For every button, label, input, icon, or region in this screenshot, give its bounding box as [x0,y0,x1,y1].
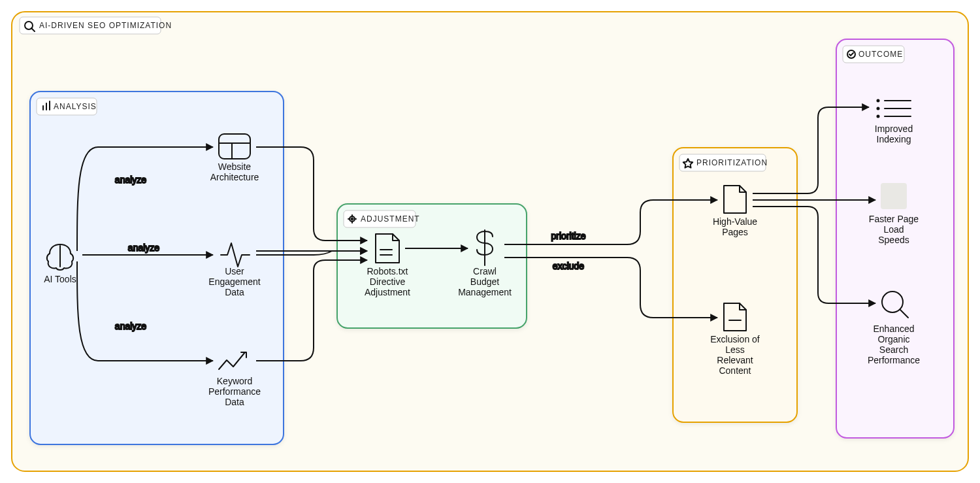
hv-label-1: High-Value [713,216,757,227]
diagram-canvas: AI-DRIVEN SEO OPTIMIZATION ANALYSIS ADJU… [0,0,980,483]
edge-label-analyze-3: analyze [115,321,146,331]
prioritization-badge: PRIORITIZATION [679,154,768,171]
es-label-4: Performance [868,355,920,365]
kp-label-1: Keyword [217,376,252,386]
kp-label-2: Performance [208,386,261,397]
rb-label-3: Adjustment [365,287,410,297]
cb-label-2: Budget [470,276,499,287]
website-arch-label-1: Website [218,161,252,172]
cb-label-1: Crawl [473,266,497,276]
adjustment-badge: ADJUSTMENT [344,210,420,227]
prioritization-group: PRIORITIZATION [673,148,797,422]
adjustment-group: ADJUSTMENT [337,204,527,328]
ex-label-3: Relevant [717,355,753,365]
es-label-1: Enhanced [873,324,914,334]
fs-label-1: Faster Page [869,214,919,224]
svg-point-39 [877,100,879,102]
website-arch-label-2: Architecture [210,172,259,182]
speed-box-icon [881,183,907,209]
svg-text:Robots.txtDirectiveAdjustment: Robots.txtDirectiveAdjustment [365,266,410,297]
page-title-badge: AI-DRIVEN SEO OPTIMIZATION [20,17,172,34]
svg-point-40 [877,108,879,110]
svg-text:ImprovedIndexing: ImprovedIndexing [875,124,913,144]
ue-label-3: Data [225,287,244,297]
outcome-label: OUTCOME [858,50,903,59]
edge-label-analyze-2: analyze [128,242,159,253]
es-label-2: Organic [877,334,909,344]
ue-label-2: Engagement [208,276,261,287]
svg-point-41 [877,116,879,118]
es-label-3: Search [879,344,908,355]
ex-label-4: Content [719,365,751,376]
prioritization-label: PRIORITIZATION [696,158,768,167]
edge-label-exclude: exclude [553,261,584,271]
edge-label-prioritize: prioritize [551,231,586,241]
ue-label-1: User [225,266,244,276]
hv-label-2: Pages [722,227,748,237]
outcome-badge: OUTCOME [843,46,904,63]
ii-label-2: Indexing [877,134,911,144]
kp-label-3: Data [225,397,244,407]
rb-label-1: Robots.txt [367,266,408,276]
ii-label-1: Improved [875,124,913,134]
ai-tools-label: AI Tools [44,274,76,284]
ex-label-1: Exclusion of [710,334,760,344]
fs-label-3: Speeds [878,235,909,245]
rb-label-2: Directive [370,276,406,287]
fs-label-2: Load [883,224,904,235]
ex-label-2: Less [725,344,745,355]
analysis-badge: ANALYSIS [37,98,97,115]
analysis-label: ANALYSIS [54,102,97,111]
cb-label-3: Management [458,287,512,297]
adjustment-label: ADJUSTMENT [361,214,420,224]
edge-label-analyze-1: analyze [115,175,146,185]
page-title: AI-DRIVEN SEO OPTIMIZATION [39,21,172,30]
svg-rect-16 [673,148,797,422]
